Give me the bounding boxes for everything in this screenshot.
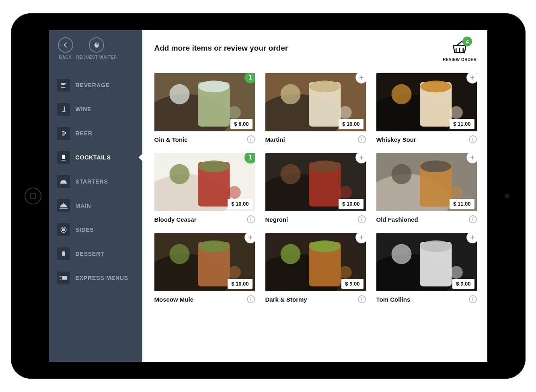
info-icon[interactable]: i: [358, 295, 366, 303]
menu-item-name: Tom Collins: [376, 296, 411, 303]
cocktail-icon: [57, 151, 70, 164]
nav-item-label: MAIN: [76, 202, 91, 209]
sides-icon: [57, 223, 70, 236]
svg-point-5: [198, 81, 229, 93]
nav-item-beer[interactable]: BEER: [49, 121, 142, 145]
svg-point-31: [339, 186, 351, 199]
svg-point-23: [198, 161, 229, 173]
page-title: Add more items or review your order: [154, 40, 288, 53]
sidebar: BACK REQUEST WAITER BEVERAGEWINEBEERCOCK…: [49, 30, 142, 362]
price-tag: $ 9.00: [452, 279, 474, 289]
nav-item-cocktails[interactable]: COCKTAILS: [49, 145, 142, 169]
menu-item-name: Moscow Mule: [154, 296, 194, 303]
menu-item-name: Martini: [265, 136, 285, 143]
price-tag: $ 10.00: [228, 199, 252, 209]
svg-point-11: [309, 81, 340, 93]
svg-point-6: [169, 84, 189, 104]
info-icon[interactable]: i: [358, 135, 366, 143]
svg-point-25: [228, 186, 240, 199]
nav-item-wine[interactable]: WINE: [49, 97, 142, 121]
nav-item-label: WINE: [76, 106, 92, 112]
nav-item-dessert[interactable]: DESSERT: [49, 242, 142, 266]
svg-point-24: [169, 164, 189, 184]
nav-item-label: EXPRESS MENUS: [76, 275, 129, 281]
review-order-label: REVIEW ORDER: [443, 57, 476, 62]
back-arrow-icon: [58, 37, 73, 53]
info-icon[interactable]: i: [247, 215, 255, 223]
svg-point-55: [450, 266, 462, 279]
starter-icon: [57, 175, 70, 188]
svg-point-18: [391, 84, 411, 104]
back-button[interactable]: BACK: [58, 37, 73, 59]
svg-point-29: [309, 161, 340, 173]
menu-item-image[interactable]: $ 11.00+: [376, 153, 477, 211]
svg-point-30: [280, 164, 300, 184]
menu-item-card: $ 11.00+Old Fashionedi: [376, 153, 477, 223]
nav-item-label: STARTERS: [76, 178, 108, 185]
beer-icon: [57, 127, 70, 140]
nav-item-main[interactable]: MAIN: [49, 194, 142, 218]
price-tag: $ 9.00: [341, 279, 363, 289]
menu-item-name: Old Fashioned: [376, 216, 418, 223]
menu-item-image[interactable]: $ 9.00+: [376, 233, 477, 291]
nav-item-beverage[interactable]: BEVERAGE: [49, 73, 142, 97]
info-icon[interactable]: i: [247, 295, 255, 303]
price-tag: $ 10.00: [339, 199, 363, 209]
svg-point-7: [228, 106, 240, 119]
svg-point-36: [391, 164, 411, 184]
back-label: BACK: [59, 55, 72, 59]
menu-item-image[interactable]: $ 11.00+: [376, 73, 477, 131]
basket-icon: 4: [451, 40, 468, 56]
main-content: Add more items or review your order 4 RE…: [142, 30, 487, 362]
menu-item-image[interactable]: $ 10.00+: [265, 73, 366, 131]
svg-point-54: [391, 244, 411, 264]
review-order-button[interactable]: 4 REVIEW ORDER: [443, 40, 476, 62]
nav-item-express-menus[interactable]: EXPRESS MENUS: [49, 266, 142, 290]
menu-item-image[interactable]: $ 10.001: [154, 153, 255, 211]
menu-item-image[interactable]: $ 10.00+: [154, 233, 255, 291]
menu-item-name: Bloody Ceasar: [154, 216, 197, 223]
info-icon[interactable]: i: [469, 215, 477, 223]
hand-icon: [89, 37, 104, 53]
svg-point-19: [450, 106, 462, 119]
svg-point-48: [280, 244, 300, 264]
menu-item-image[interactable]: $ 9.00+: [265, 233, 366, 291]
menu-item-card: $ 10.00+Negronii: [265, 153, 366, 223]
svg-point-13: [339, 106, 351, 119]
tablet-camera: [505, 194, 509, 198]
nav-item-starters[interactable]: STARTERS: [49, 169, 142, 194]
info-icon[interactable]: i: [358, 215, 366, 223]
nav-item-sides[interactable]: SIDES: [49, 218, 142, 242]
items-grid: $ 8.001Gin & Tonici $ 10.00+Martinii $ 1…: [154, 73, 477, 303]
svg-point-1: [62, 229, 65, 231]
menu-item-name: Whiskey Sour: [376, 136, 416, 143]
menu-item-card: $ 10.00+Martinii: [265, 73, 366, 143]
price-tag: $ 10.00: [339, 119, 363, 129]
nav-item-label: SIDES: [76, 227, 94, 233]
svg-point-37: [450, 186, 462, 199]
svg-point-47: [309, 241, 340, 253]
info-icon[interactable]: i: [247, 135, 255, 143]
menu-item-image[interactable]: $ 10.00+: [265, 153, 366, 211]
category-nav: BEVERAGEWINEBEERCOCKTAILSSTARTERSMAINSID…: [49, 73, 142, 290]
menu-item-name: Dark & Stormy: [265, 296, 307, 303]
tablet-home-button[interactable]: [25, 188, 41, 204]
dessert-icon: [57, 247, 70, 260]
request-waiter-label: REQUEST WAITER: [76, 55, 117, 59]
menu-item-card: $ 10.00+Moscow Mulei: [154, 233, 255, 303]
menu-item-card: $ 9.00+Tom Collinsi: [376, 233, 477, 303]
menu-item-image[interactable]: $ 8.001: [154, 73, 255, 131]
main-icon: [57, 199, 70, 212]
price-tag: $ 10.00: [228, 279, 252, 289]
request-waiter-button[interactable]: REQUEST WAITER: [76, 37, 117, 59]
svg-point-53: [420, 241, 451, 253]
price-tag: $ 11.00: [450, 199, 474, 209]
info-icon[interactable]: i: [469, 295, 477, 303]
nav-item-label: BEER: [76, 130, 92, 137]
cup-icon: [57, 79, 70, 92]
svg-point-17: [420, 81, 451, 93]
nav-item-label: BEVERAGE: [76, 82, 110, 88]
info-icon[interactable]: i: [469, 135, 477, 143]
cart-count-badge: 4: [462, 37, 472, 46]
svg-point-49: [339, 266, 351, 279]
